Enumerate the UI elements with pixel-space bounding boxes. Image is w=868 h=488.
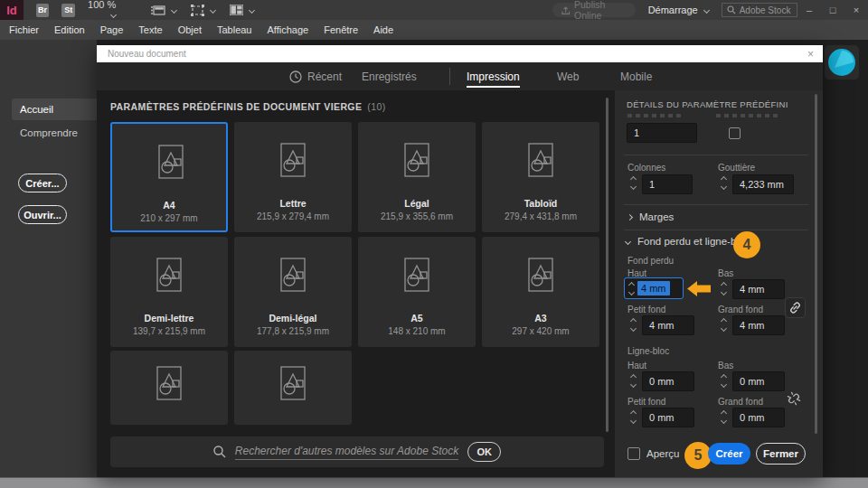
preset-card-a4[interactable]: A4 210 x 297 mm (110, 122, 228, 232)
bridge-button[interactable]: Br (36, 4, 50, 17)
tab-enregistres[interactable]: Enregistrés (362, 62, 417, 90)
slug-outside-input[interactable]: 0 mm (732, 408, 785, 427)
bleed-inside-stepper[interactable] (628, 319, 637, 331)
create-document-button[interactable]: Créer... (18, 174, 67, 192)
gutter-input[interactable]: 4,233 mm (732, 174, 794, 194)
slug-bottom-input[interactable]: 0 mm (732, 371, 785, 391)
columns-stepper[interactable] (628, 177, 637, 189)
document-preset-icon (151, 257, 187, 302)
preset-card-demi-legal[interactable]: Demi-légal 177,8 x 215,9 mm (234, 237, 352, 347)
slug-label: Ligne-bloc (627, 346, 669, 356)
clipped-label-row (627, 114, 684, 117)
preset-card-tabloid[interactable]: Tabloïd 279,4 x 431,8 mm (482, 122, 599, 232)
slug-inside-input[interactable]: 0 mm (642, 408, 694, 427)
columns-input[interactable]: 1 (642, 174, 693, 194)
preview-checkbox[interactable] (627, 447, 640, 460)
broken-chain-icon[interactable] (787, 391, 801, 406)
close-dialog-icon[interactable]: × (807, 48, 814, 61)
tab-mobile[interactable]: Mobile (620, 62, 652, 90)
sidebar-item-accueil[interactable]: Accueil (12, 99, 97, 120)
screen-mode-dropdown[interactable] (191, 5, 215, 16)
workspace-layout-dropdown[interactable] (230, 5, 254, 15)
slug-top-input[interactable]: 0 mm (642, 371, 694, 391)
preset-card-a5[interactable]: A5 148 x 210 mm (358, 237, 476, 347)
stock-template-search: Rechercher d'autres modèles sur Adobe St… (110, 436, 604, 467)
close-window-button[interactable]: × (844, 0, 868, 20)
tab-impression[interactable]: Impression (467, 62, 520, 90)
bleed-outside-stepper[interactable] (719, 319, 728, 331)
facing-pages-checkbox[interactable] (729, 127, 741, 139)
preset-name: Légal (358, 198, 476, 209)
preset-size: 177,8 x 215,9 mm (234, 326, 352, 336)
menu-bar: Fichier Edition Page Texte Objet Tableau… (0, 20, 868, 40)
maximize-button[interactable]: □ (821, 0, 844, 20)
adobe-stock-search-input[interactable]: Adobe Stock (722, 3, 797, 17)
bleed-link-values-button[interactable] (785, 297, 806, 318)
pages-input[interactable]: 1 (627, 123, 697, 143)
menu-affichage[interactable]: Affichage (268, 24, 309, 35)
cyan-circle-icon (827, 48, 856, 77)
menu-fichier[interactable]: Fichier (9, 24, 39, 35)
slug-inside-stepper[interactable] (628, 411, 637, 423)
bleed-outside-input[interactable]: 4 mm (732, 315, 785, 335)
bleed-bottom-stepper[interactable] (719, 283, 728, 295)
slug-top-stepper[interactable] (628, 375, 637, 387)
presets-scrollbar[interactable] (606, 98, 609, 432)
divider (624, 204, 808, 205)
menu-page[interactable]: Page (100, 24, 124, 35)
start-sidebar: Accueil Comprendre Créer... Ouvrir... (0, 40, 97, 477)
preset-card-demi-lettre[interactable]: Demi-lettre 139,7 x 215,9 mm (110, 237, 228, 347)
stock-button[interactable]: St (61, 4, 75, 17)
margins-section-header[interactable]: Marges (627, 211, 674, 222)
gutter-stepper[interactable] (719, 177, 728, 189)
bleed-inside-input[interactable]: 4 mm (642, 315, 694, 335)
tab-web[interactable]: Web (557, 62, 579, 90)
panel-scrollbar[interactable] (815, 94, 817, 434)
create-button[interactable]: Créer (708, 443, 750, 465)
slug-outside-stepper[interactable] (719, 411, 728, 423)
slug-bottom-stepper[interactable] (719, 375, 728, 387)
document-preset-icon (275, 257, 311, 302)
menu-fenetre[interactable]: Fenêtre (324, 24, 358, 35)
open-document-button[interactable]: Ouvrir... (18, 205, 67, 224)
document-preset-icon (399, 142, 435, 187)
tab-recent[interactable]: Récent (289, 62, 342, 90)
preset-size: 215,9 x 279,4 mm (234, 211, 352, 221)
sidebar-item-comprendre[interactable]: Comprendre (20, 127, 78, 138)
preset-name: Demi-lettre (110, 313, 228, 324)
menu-aide[interactable]: Aide (373, 24, 393, 35)
preset-card-legal[interactable]: Légal 215,9 x 355,6 mm (358, 122, 476, 232)
preset-name: Demi-légal (234, 313, 352, 324)
cancel-button[interactable]: Fermer (756, 443, 806, 465)
document-preset-icon (399, 257, 435, 302)
preset-size: 148 x 210 mm (358, 326, 476, 336)
creative-cloud-sync-icon[interactable] (825, 45, 859, 80)
document-preset-icon (523, 257, 559, 302)
ok-button[interactable]: OK (467, 442, 501, 462)
preset-name: A4 (112, 200, 226, 211)
zoom-level-dropdown[interactable]: 100 % (88, 0, 137, 21)
stock-search-input[interactable]: Rechercher d'autres modèles sur Adobe St… (235, 445, 458, 460)
gutter-label: Gouttière (718, 163, 755, 173)
bleed-slug-section-header[interactable]: Fond perdu et ligne-bloc (626, 236, 750, 247)
preset-size: 279,4 x 431,8 mm (482, 211, 599, 221)
workspace-switcher[interactable]: Démarrage (648, 5, 709, 15)
menu-edition[interactable]: Edition (54, 24, 85, 35)
bleed-top-stepper[interactable] (625, 283, 637, 295)
bleed-bottom-input[interactable]: 4 mm (732, 279, 785, 299)
publish-online-button[interactable]: Publish Online (552, 3, 636, 17)
preset-card[interactable] (234, 351, 352, 425)
slug-bottom-label: Bas (718, 361, 733, 371)
clipped-label-row (716, 114, 781, 117)
minimize-button[interactable]: – (797, 0, 821, 20)
menu-texte[interactable]: Texte (138, 24, 162, 35)
preset-card-a3[interactable]: A3 297 x 420 mm (482, 237, 599, 347)
menu-tableau[interactable]: Tableau (217, 24, 252, 35)
search-icon (727, 5, 736, 14)
menu-objet[interactable]: Objet (178, 24, 202, 35)
preset-card-lettre[interactable]: Lettre 215,9 x 279,4 mm (234, 122, 352, 232)
view-options-dropdown[interactable] (151, 5, 176, 16)
document-preset-icon (275, 365, 311, 410)
preset-card[interactable] (110, 351, 228, 425)
bleed-top-field-selected[interactable]: 4 mm (624, 277, 684, 299)
